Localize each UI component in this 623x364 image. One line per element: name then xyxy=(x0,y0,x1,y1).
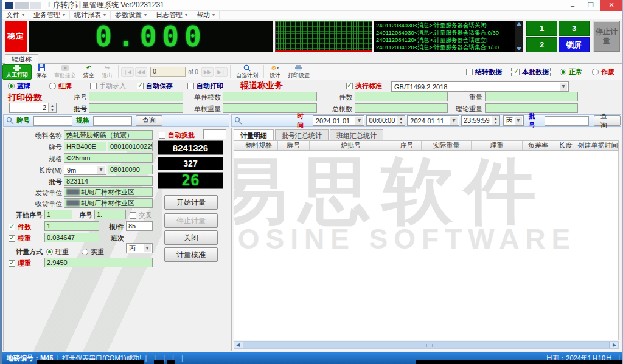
blue-plate-radio[interactable]: 蓝牌 xyxy=(8,81,30,91)
batch-input[interactable]: 823114 xyxy=(64,176,153,186)
key-2-button[interactable]: 2 xyxy=(526,37,557,52)
column-actual-weight[interactable]: 实际重量 xyxy=(422,141,472,150)
tab-measure-detail[interactable]: 计量明细 xyxy=(234,129,274,142)
spec-filter-input[interactable] xyxy=(93,116,132,126)
material-input[interactable]: 热轧带肋钢筋（抗震） xyxy=(64,130,153,140)
scroll-thumb[interactable] xyxy=(243,342,610,348)
date-from-select[interactable]: 2024-01-01 xyxy=(313,115,365,126)
start-measure-button[interactable]: 开始计量 xyxy=(164,195,218,210)
bar-weight-checkbox[interactable]: 根重 xyxy=(9,234,31,243)
column-create-time[interactable]: 创建单据时间 xyxy=(577,141,618,150)
void-radio[interactable]: 作废 xyxy=(592,67,614,77)
time-from-stepper[interactable]: 00:00:00▲▼ xyxy=(366,115,405,126)
close-button[interactable]: ✕ xyxy=(600,0,623,11)
actual-weight-radio[interactable]: 实重 xyxy=(82,247,104,256)
save-button[interactable]: 保存 xyxy=(33,64,50,80)
column-deviation[interactable]: 负差率 xyxy=(523,141,554,150)
length-code-input[interactable]: 08010090 xyxy=(108,165,153,174)
manual-print-button[interactable]: 人工打印 xyxy=(2,64,32,80)
arrow-down-icon[interactable]: ▼ xyxy=(492,121,499,126)
scroll-right-icon[interactable]: ▶ xyxy=(611,342,618,348)
brand-code-input[interactable]: 0801001002250 xyxy=(108,142,153,151)
close-form-button[interactable]: 关闭 xyxy=(164,230,218,245)
column-length[interactable]: 长度 xyxy=(554,141,577,150)
stop-measure-main-button[interactable]: 停止计量 xyxy=(593,21,620,52)
pieces-input[interactable]: 1 xyxy=(44,221,99,231)
restore-button[interactable]: ❐ xyxy=(582,0,600,11)
key-1-button[interactable]: 1 xyxy=(526,21,557,36)
cross-checkbox[interactable]: 交叉 xyxy=(130,211,152,220)
spec-input[interactable]: Φ25mm xyxy=(64,153,153,163)
brand-filter-input[interactable] xyxy=(33,116,72,126)
weight-field-input[interactable] xyxy=(485,92,578,101)
tab-shift-summary[interactable]: 班组汇总统计 xyxy=(330,129,383,142)
carry-data-checkbox[interactable]: 结转数据 xyxy=(466,67,502,77)
per-piece-input[interactable]: 85 xyxy=(126,221,153,231)
standard-checkbox[interactable]: 执行标准 xyxy=(346,81,382,91)
right-query-button[interactable]: 查询 xyxy=(594,115,621,126)
clear-button[interactable]: ↶ 清空 xyxy=(80,64,97,80)
arrow-up-icon[interactable]: ▲ xyxy=(49,103,56,108)
menu-file[interactable]: 文件▾ xyxy=(2,11,29,19)
time-to-stepper[interactable]: 23:59:59▲▼ xyxy=(461,115,500,126)
custom-plan-button[interactable]: 自选计划 xyxy=(233,64,261,80)
red-plate-radio[interactable]: 红牌 xyxy=(49,81,72,91)
auto-print-checkbox[interactable]: 自动打印 xyxy=(187,81,223,91)
theory-weight-radio[interactable]: 理重 xyxy=(46,247,69,256)
date-to-select[interactable]: 2024-01-11 xyxy=(407,115,459,126)
receiver-input[interactable]: 轧钢厂棒材作业区 xyxy=(64,198,153,208)
exit-button[interactable]: ↪ 退出 xyxy=(99,64,116,80)
brand-input[interactable]: HRB400E xyxy=(64,142,106,151)
scroll-up-icon[interactable] xyxy=(517,22,521,26)
theory-checkbox[interactable]: 理重 xyxy=(9,259,31,268)
arrow-up-icon[interactable]: ▲ xyxy=(397,116,405,121)
normal-radio[interactable]: 正常 xyxy=(560,67,582,77)
batch-field-input[interactable] xyxy=(89,103,183,113)
total-bars-field-input[interactable] xyxy=(355,103,448,113)
batch-filter-input[interactable] xyxy=(545,116,590,126)
table-body[interactable]: 易思软件 EOSINE SOFTWARE xyxy=(234,151,619,340)
arrow-down-icon[interactable]: ▼ xyxy=(397,121,405,126)
table-horizontal-scrollbar[interactable]: ◀ ▶ xyxy=(234,341,619,349)
nav-last-button[interactable]: ▶❘ xyxy=(215,67,228,77)
column-material-spec[interactable]: 物料规格 xyxy=(240,141,278,150)
length-select[interactable]: 9m xyxy=(64,165,106,175)
minimize-button[interactable]: – xyxy=(563,0,582,11)
left-query-button[interactable]: 查询 xyxy=(136,115,162,126)
stepper-arrows[interactable]: ▲▼ xyxy=(48,103,56,112)
start-seq-input[interactable]: 1 xyxy=(44,210,72,219)
arrow-up-icon[interactable]: ▲ xyxy=(492,116,499,121)
nav-prev-button[interactable]: ◀◀ xyxy=(135,67,147,77)
message-log[interactable]: 240112084030<消息>:计量服务器会话关闭! 240112084030… xyxy=(374,21,523,52)
shipper-input[interactable]: 轧钢厂棒材作业区 xyxy=(64,187,153,197)
auto-batch-input[interactable] xyxy=(203,129,226,139)
per-piece-field-input[interactable] xyxy=(223,92,317,101)
design-button[interactable]: ⚙ ▾ 设计 xyxy=(266,64,284,80)
tab-batch-summary[interactable]: 批号汇总统计 xyxy=(275,129,329,142)
menu-business[interactable]: 业务管理▾ xyxy=(29,11,70,19)
column-seq[interactable]: 序号 xyxy=(392,141,422,150)
manual-entry-checkbox[interactable]: 手动录入 xyxy=(90,81,126,91)
bar-weight-input[interactable]: 0.034647 xyxy=(44,233,99,242)
menu-help[interactable]: 帮助▾ xyxy=(192,11,220,19)
menu-reports[interactable]: 统计报表▾ xyxy=(70,11,111,19)
auto-save-checkbox[interactable]: 自动保存 xyxy=(137,81,173,91)
this-batch-checkbox[interactable]: 本批数据 xyxy=(512,67,550,77)
auto-batch-checkbox[interactable]: 自动换批 xyxy=(159,131,195,140)
tab-roller-scale[interactable]: 辊道称 xyxy=(5,54,38,64)
column-theory-weight[interactable]: 理重 xyxy=(472,141,523,150)
scroll-down-icon[interactable] xyxy=(517,47,521,50)
theory-input[interactable]: 2.9450 xyxy=(44,258,153,267)
scroll-left-icon[interactable]: ◀ xyxy=(234,342,242,348)
measure-verify-button[interactable]: 计量核准 xyxy=(164,247,218,262)
nav-record-input[interactable]: 0 xyxy=(150,67,186,77)
column-brand[interactable]: 牌号 xyxy=(278,141,310,150)
menu-settings[interactable]: 参数设置▾ xyxy=(111,11,151,19)
nav-first-button[interactable]: ❘◀ xyxy=(121,67,134,77)
print-setup-button[interactable]: 打印设置 xyxy=(285,64,313,80)
arrow-down-icon[interactable]: ▼ xyxy=(49,108,56,113)
pieces-checkbox[interactable]: 件数 xyxy=(9,222,31,232)
pieces-field-input[interactable] xyxy=(355,92,448,101)
seq-input[interactable]: 1. xyxy=(94,210,126,219)
nav-next-button[interactable]: ▶▶ xyxy=(201,67,214,77)
